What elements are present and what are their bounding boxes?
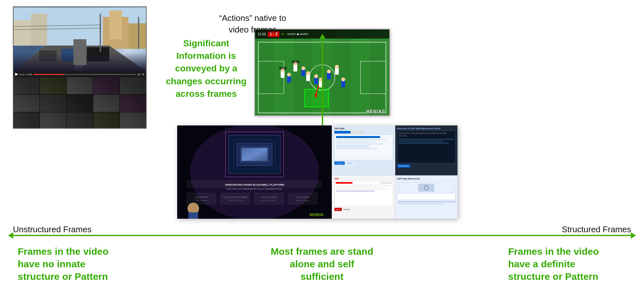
frame-cell (93, 112, 119, 129)
horizontal-arrow (13, 235, 631, 236)
upward-arrow (322, 39, 323, 125)
henias-logo: HENIAS (366, 109, 385, 114)
sap-panel-2: Welcome to SAP Data Warehouse Cloud Type… (395, 125, 458, 175)
svg-rect-29 (281, 71, 284, 78)
frame-cell (40, 77, 66, 94)
svg-text:RAS ENGINE: RAS ENGINE (297, 196, 309, 198)
settings-icon[interactable]: ⚙ (142, 73, 144, 76)
sap-panel-3: SAP Open Cancel (332, 176, 395, 219)
presentation-images: ANNOUNCING NVIDIA BLACKWELL PLATFORM FOR… (177, 125, 457, 219)
frame-cell (40, 112, 66, 129)
svg-rect-70 (255, 193, 284, 204)
frame-cell (93, 95, 119, 112)
svg-point-38 (335, 65, 339, 69)
nvidia-presentation: ANNOUNCING NVIDIA BLACKWELL PLATFORM FOR… (177, 125, 332, 219)
svg-rect-41 (302, 69, 305, 76)
svg-text:P2: P2 (295, 61, 297, 63)
svg-text:FP4/FP8 Tensor Core: FP4/FP8 Tensor Core (227, 199, 243, 201)
svg-text:ANNOUNCING NVIDIA BLACKWELL PL: ANNOUNCING NVIDIA BLACKWELL PLATFORM (225, 183, 284, 186)
svg-text:Scales to 576 GPUs: Scales to 576 GPUs (262, 199, 276, 201)
sap-screenshots: SAP Data Connect Learn (332, 125, 457, 219)
fl-line1: Frames in the video (18, 246, 109, 257)
play-button-icon[interactable] (15, 73, 18, 76)
volume-icon[interactable]: 🔊 (138, 73, 141, 76)
frames-center-text: Most frames are stand alone and self suf… (271, 245, 373, 283)
svg-point-40 (287, 73, 291, 77)
broadcast-info: NIVEA ◆ NIVEA (287, 32, 309, 36)
svg-rect-39 (287, 76, 291, 83)
svg-point-42 (302, 66, 305, 70)
fc-line3: sufficient (301, 271, 343, 282)
frame-cell (67, 77, 93, 94)
svg-text:P1: P1 (282, 68, 284, 69)
frames-left-text: Frames in the video have no innate struc… (18, 245, 109, 283)
svg-text:Reliability Features: Reliability Features (296, 199, 310, 201)
svg-point-48 (341, 78, 345, 81)
fl-line2: have no innate (18, 259, 85, 269)
svg-rect-45 (327, 72, 331, 79)
frame-cell (14, 95, 40, 112)
video-frame-top (14, 7, 146, 71)
svg-rect-73 (288, 193, 317, 204)
frame-cell (14, 112, 40, 129)
svg-rect-37 (335, 68, 339, 75)
sig-line2: Information is (176, 51, 236, 61)
svg-text:5TH GEN NVLINK: 5TH GEN NVLINK (261, 196, 277, 198)
svg-rect-33 (306, 74, 310, 81)
svg-rect-8 (62, 49, 81, 62)
sig-line5: across frames (176, 89, 237, 99)
actions-title-line2: video frames (229, 25, 277, 34)
svg-rect-67 (221, 193, 250, 204)
video-controls-bar: 0:11 / 1:00 🔊 ⚙ (14, 71, 146, 77)
timestamp: 0:11 / 1:00 (20, 73, 32, 76)
main-container: 0:11 / 1:00 🔊 ⚙ 22:00 1 (0, 0, 644, 294)
frame-cell (120, 112, 146, 129)
svg-point-34 (306, 71, 310, 75)
frames-right-text: Frames in the video have a definite stru… (508, 245, 599, 283)
svg-rect-2 (109, 11, 122, 39)
svg-rect-4 (14, 20, 33, 46)
structured-frames-label: Structured Frames (562, 225, 631, 234)
svg-rect-3 (129, 23, 146, 49)
svg-marker-7 (74, 52, 84, 71)
fr-line2: have a definite (508, 259, 575, 269)
svg-text:2ND GEN TRANSFORMER: 2ND GEN TRANSFORMER (223, 196, 247, 198)
svg-text:AI SUPERCHIP: AI SUPERCHIP (195, 196, 208, 198)
sap-panel-4: SAP Data Warehouse (395, 176, 458, 219)
frame-cell (120, 95, 146, 112)
fr-line3: structure or Pattern (508, 271, 598, 282)
actions-title-line1: “Actions” native to (219, 13, 286, 23)
svg-text:NVIDIA: NVIDIA (310, 212, 324, 217)
svg-rect-9 (87, 47, 109, 62)
left-video-image: 0:11 / 1:00 🔊 ⚙ (13, 6, 147, 129)
significant-info-text: Significant Information is conveyed by a… (158, 37, 255, 100)
frame-cell (40, 95, 66, 112)
surveillance-grid (14, 77, 146, 129)
svg-rect-47 (341, 80, 345, 87)
fl-line3: structure or Pattern (18, 271, 108, 282)
svg-rect-11 (100, 14, 101, 52)
actions-native-title: “Actions” native to video frames (219, 12, 286, 36)
svg-marker-6 (14, 46, 146, 71)
svg-rect-77 (188, 212, 198, 219)
svg-text:FOR TRILLION-PARAMETER SCALE G: FOR TRILLION-PARAMETER SCALE GENERATIVE … (226, 188, 282, 190)
nvidia-slide-svg: ANNOUNCING NVIDIA BLACKWELL PLATFORM FOR… (177, 125, 332, 219)
sig-line4: changes occurring (166, 76, 247, 86)
fr-line1: Frames in the video (508, 246, 599, 257)
video-timeline[interactable] (33, 74, 136, 75)
svg-rect-10 (39, 51, 56, 62)
svg-point-46 (327, 69, 331, 73)
svg-rect-60 (242, 148, 267, 161)
sig-line3: conveyed by a (175, 63, 237, 73)
sap-panel-1: SAP Data Connect Learn (332, 125, 395, 175)
svg-rect-64 (187, 193, 216, 204)
unstructured-frames-label: Unstructured Frames (13, 225, 91, 234)
svg-rect-5 (31, 14, 47, 46)
svg-rect-31 (293, 64, 297, 71)
svg-rect-12 (138, 17, 139, 49)
frame-cell (67, 112, 93, 129)
fc-line1: Most frames are stand (271, 246, 373, 257)
frame-cell (14, 77, 40, 94)
sig-line1: Significant (183, 38, 229, 48)
panel-title-1: SAP Data (334, 127, 393, 130)
